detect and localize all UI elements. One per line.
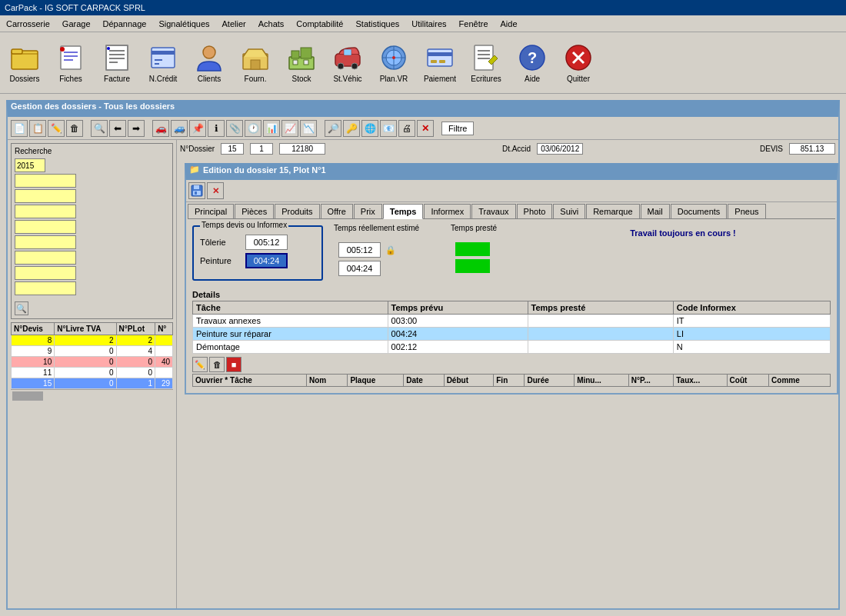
detail-code-1: IT <box>673 315 830 328</box>
gestion-btn10[interactable]: 📌 <box>189 120 206 137</box>
details-label: Details <box>192 288 831 301</box>
detail-row-1[interactable]: Travaux annexes 003:00 IT <box>193 315 831 328</box>
title-text: CarPack - IG SOFT CARPACK SPRL <box>5 3 145 12</box>
tab-prix[interactable]: Prix <box>354 204 382 218</box>
h-scroll-thumb[interactable] <box>12 391 43 401</box>
search-icon[interactable]: 🔍 <box>15 301 28 315</box>
toolbar-dossiers[interactable]: Dossiers <box>3 36 46 90</box>
search-year-input[interactable] <box>15 158 45 172</box>
gestion-btn12[interactable]: 📎 <box>226 120 243 137</box>
menu-atelier[interactable]: Atelier <box>219 18 249 30</box>
toolbar-stvehic[interactable]: St.Véhic <box>326 36 369 90</box>
toolbar-fourn[interactable]: Fourn. <box>234 36 277 90</box>
tab-documents[interactable]: Documents <box>671 204 728 218</box>
tab-temps[interactable]: Temps <box>383 204 424 219</box>
gestion-edit-btn[interactable]: ✏️ <box>48 120 65 137</box>
menu-fenetre[interactable]: Fenêtre <box>456 18 491 30</box>
tolerie-label: Tôlerie <box>200 238 242 247</box>
gestion-btn7[interactable]: ➡ <box>128 120 145 137</box>
menu-signaletiques[interactable]: Signalétiques <box>155 18 212 30</box>
search-input-1[interactable] <box>15 174 76 188</box>
search-input-7[interactable] <box>15 266 76 280</box>
toolbar-quitter[interactable]: Quitter <box>557 36 600 90</box>
tab-offre[interactable]: Offre <box>321 204 353 218</box>
gestion-btn19[interactable]: 🌐 <box>361 120 378 137</box>
search-input-6[interactable] <box>15 251 76 265</box>
search-input-3[interactable] <box>15 205 76 218</box>
menu-garage[interactable]: Garage <box>59 18 94 30</box>
detail-row-3[interactable]: Démontage 002:12 N <box>193 341 831 354</box>
menu-aide[interactable]: Aide <box>498 18 521 30</box>
gestion-btn15[interactable]: 📈 <box>281 120 298 137</box>
tab-pieces[interactable]: Pièces <box>235 204 274 218</box>
gestion-delete-btn[interactable]: 🗑 <box>66 120 83 137</box>
bottom-delete-btn[interactable]: 🗑 <box>209 357 225 372</box>
gestion-btn5[interactable]: 🔍 <box>91 120 108 137</box>
gestion-btn11[interactable]: ℹ <box>208 120 225 137</box>
tab-produits[interactable]: Produits <box>275 204 319 218</box>
detail-row-2[interactable]: Peinture sur réparar 004:24 LI <box>193 328 831 341</box>
menu-statistiques[interactable]: Statistiques <box>352 18 402 30</box>
menu-carrosserie[interactable]: Carrosserie <box>3 18 53 30</box>
gestion-new-btn[interactable]: 📄 <box>11 120 28 137</box>
search-input-2[interactable] <box>15 189 76 203</box>
toolbar-planvr[interactable]: Plan.VR <box>372 36 415 90</box>
dossier-bar: N°Dossier 15 1 12180 Dt.Accid 03/06/2012… <box>180 143 835 155</box>
ndossier-label: N°Dossier <box>180 145 215 153</box>
gestion-btn13[interactable]: 🕐 <box>245 120 261 137</box>
gestion-btn17[interactable]: 🔎 <box>325 120 341 137</box>
gestion-btn14[interactable]: 📊 <box>263 120 280 137</box>
gestion-btn16[interactable]: 📉 <box>300 120 317 137</box>
tab-travaux[interactable]: Travaux <box>471 204 515 218</box>
toolbar-facture[interactable]: Facture <box>95 36 138 90</box>
edition-close-btn[interactable]: ✕ <box>207 182 224 199</box>
gestion-btn18[interactable]: 🔑 <box>343 120 360 137</box>
toolbar-clients[interactable]: Clients <box>188 36 231 90</box>
tab-pneus[interactable]: Pneus <box>728 204 765 218</box>
table-row[interactable]: 8 2 2 <box>12 335 173 346</box>
tab-suivi[interactable]: Suivi <box>553 204 585 218</box>
col-n: N° <box>155 323 173 335</box>
table-row[interactable]: 9 0 4 <box>12 346 173 357</box>
gestion-copy-btn[interactable]: 📋 <box>29 120 46 137</box>
toolbar-fourn-label: Fourn. <box>245 75 267 83</box>
toolbar-stock[interactable]: Stock <box>280 36 323 90</box>
tolerie-input-1[interactable] <box>245 235 288 250</box>
gestion-btn21[interactable]: 🖨 <box>398 120 415 137</box>
temps-estime-row1: 🔒 <box>338 242 434 258</box>
gestion-btn6[interactable]: ⬅ <box>109 120 126 137</box>
peinture-estime-input[interactable] <box>338 261 381 276</box>
tab-informex[interactable]: Informex <box>424 204 471 218</box>
search-input-4[interactable] <box>15 220 76 234</box>
menu-depannage[interactable]: Dépannage <box>100 18 150 30</box>
toolbar-ecritures[interactable]: Ecritures <box>465 36 508 90</box>
bottom-red-btn[interactable]: ■ <box>226 357 241 372</box>
h-scroll[interactable] <box>11 389 173 401</box>
bottom-edit-btn[interactable]: ✏️ <box>192 357 208 372</box>
search-input-8[interactable] <box>15 281 76 295</box>
gestion-btn9[interactable]: 🚙 <box>171 120 188 137</box>
gestion-btn20[interactable]: 📧 <box>380 120 397 137</box>
gestion-btn8[interactable]: 🚗 <box>152 120 169 137</box>
toolbar-aide[interactable]: ? Aide <box>511 36 554 90</box>
toolbar-ncredit[interactable]: N.Crédit <box>142 36 185 90</box>
bottom-section: ✏️ 🗑 ■ Ouvrier * Tâche Nom Plaque <box>192 357 831 387</box>
gestion-btn22[interactable]: ✕ <box>417 120 434 137</box>
table-row[interactable]: 15 0 1 29 <box>12 378 173 389</box>
menu-achats[interactable]: Achats <box>255 18 288 30</box>
tab-remarque[interactable]: Remarque <box>586 204 639 218</box>
edition-save-btn[interactable] <box>188 182 205 199</box>
tab-principal[interactable]: Principal <box>188 204 234 218</box>
table-row[interactable]: 11 0 0 <box>12 368 173 378</box>
tab-photo[interactable]: Photo <box>517 204 553 218</box>
toolbar-fiches[interactable]: Fiches <box>49 36 92 90</box>
tolerie-estime-input[interactable] <box>338 242 381 258</box>
toolbar-paiement[interactable]: Paiement <box>418 36 461 90</box>
menu-comptabilite[interactable]: Comptabilité <box>293 18 346 30</box>
peinture-input-1[interactable] <box>245 253 288 268</box>
menu-utilitaires[interactable]: Utilitaires <box>408 18 449 30</box>
table-row[interactable]: 10 0 0 40 <box>12 357 173 368</box>
search-input-5[interactable] <box>15 235 76 249</box>
cell-n <box>155 368 173 378</box>
tab-mail[interactable]: Mail <box>641 204 670 218</box>
